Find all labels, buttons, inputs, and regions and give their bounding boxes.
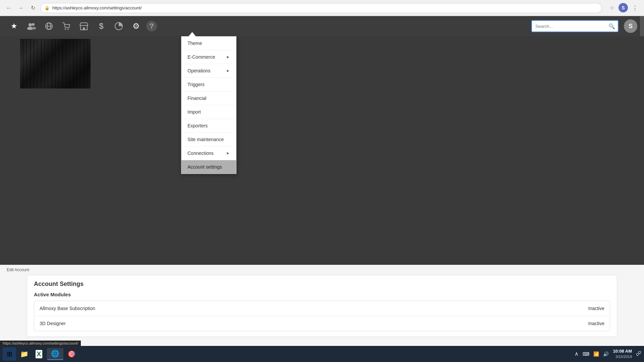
status-url: https://ashleyco.allmoxy.com/settings/ac… — [3, 341, 78, 345]
search-container: 🔍 — [531, 20, 619, 32]
nav-dollar-icon[interactable]: $ — [94, 19, 109, 34]
connections-arrow-icon: ► — [226, 151, 230, 156]
dropdown-item-label-import: Import — [187, 109, 201, 115]
dropdown-item-label-theme: Theme — [187, 41, 202, 46]
dropdown-item-label-connections: Connections — [187, 150, 214, 156]
svg-point-7 — [65, 28, 66, 30]
keyboard-icon[interactable]: ⌨ — [583, 351, 589, 357]
dropdown-item-import[interactable]: Import — [181, 105, 236, 119]
nav-help-icon[interactable]: ? — [146, 21, 157, 32]
bookmark-button[interactable]: ☆ — [607, 3, 616, 12]
taskbar-clock[interactable]: 10:08 AM 3/15/2019 — [613, 348, 632, 360]
network-sys-icon[interactable]: 📶 — [593, 351, 599, 357]
chrome-icon: 🌐 — [51, 350, 59, 358]
header-search: 🔍 S — [531, 19, 637, 33]
taskbar-time: 10:08 AM — [613, 348, 632, 354]
ecommerce-arrow-icon: ► — [226, 55, 230, 59]
start-button[interactable]: ⊞ — [3, 347, 16, 361]
dropdown-item-label-operations: Operations — [187, 68, 210, 73]
dropdown-item-label-account-settings: Account settings — [187, 164, 222, 170]
module-name-2: 3D Designer — [40, 321, 588, 326]
windows-icon: ⊞ — [7, 350, 12, 358]
lock-icon: 🔒 — [45, 6, 50, 10]
dropdown-arrow — [189, 33, 196, 37]
sound-icon[interactable]: 🔊 — [603, 351, 609, 357]
browser-menu-button[interactable]: ⋮ — [630, 3, 640, 13]
dropdown-item-ecommerce[interactable]: E-Commerce ► — [181, 50, 236, 64]
modules-table: Allmoxy Base Subscription Inactive 3D De… — [34, 301, 610, 331]
search-button[interactable]: 🔍 — [606, 21, 618, 32]
table-row: 3D Designer Inactive — [34, 316, 610, 331]
browser-chrome: ← → ↻ 🔒 https://ashleyco.allmoxy.com/set… — [0, 0, 644, 16]
url-text: https://ashleyco.allmoxy.com/settings/ac… — [52, 5, 597, 10]
taskbar-date: 3/15/2019 — [613, 354, 632, 359]
nav-gear-icon[interactable]: ⚙ — [129, 19, 144, 34]
svg-point-0 — [29, 23, 32, 26]
account-settings-card: Account Settings Active Modules Allmoxy … — [27, 275, 617, 337]
taskbar: ⊞ 📁 X 🌐 🎯 ∧ ⌨ 📶 🔊 10:08 AM 3/15/2019 🗪 — [0, 346, 644, 362]
operations-arrow-icon: ► — [226, 68, 230, 73]
module-name-1: Allmoxy Base Subscription — [40, 306, 588, 311]
taskbar-app[interactable]: 🎯 — [65, 347, 78, 361]
dropdown-item-label-ecommerce: E-Commerce — [187, 54, 215, 60]
dropdown-menu: Theme E-Commerce ► Operations ► Triggers… — [181, 36, 236, 174]
nav-cart-icon[interactable] — [59, 19, 74, 34]
module-status-2: Inactive — [588, 321, 604, 326]
svg-rect-10 — [83, 27, 85, 30]
nav-chart-icon[interactable] — [111, 19, 126, 34]
taskbar-chrome[interactable]: 🌐 — [47, 348, 63, 360]
file-explorer-icon: 📁 — [20, 350, 29, 358]
dropdown-item-financial[interactable]: Financial — [181, 92, 236, 105]
dropdown-item-label-site-maintenance: Site maintenance — [187, 137, 224, 142]
reload-button[interactable]: ↻ — [28, 3, 38, 13]
status-bar: https://ashleyco.allmoxy.com/settings/ac… — [0, 341, 81, 346]
dropdown-item-connections[interactable]: Connections ► — [181, 146, 236, 160]
scrollbar-right[interactable] — [640, 16, 644, 36]
back-button[interactable]: ← — [4, 3, 13, 13]
content-area-dark: Theme E-Commerce ► Operations ► Triggers… — [0, 36, 644, 94]
excel-icon: X — [36, 350, 42, 358]
dropdown-item-triggers[interactable]: Triggers — [181, 78, 236, 92]
wood-image — [20, 39, 91, 88]
dropdown-item-site-maintenance[interactable]: Site maintenance — [181, 133, 236, 146]
dropdown-item-exporters[interactable]: Exporters — [181, 119, 236, 133]
section-title: Active Modules — [34, 292, 610, 297]
dropdown-item-operations[interactable]: Operations ► — [181, 64, 236, 78]
nav-people-icon[interactable] — [24, 19, 39, 34]
dropdown-item-label-exporters: Exporters — [187, 123, 208, 128]
forward-button[interactable]: → — [16, 3, 25, 13]
nav-network-icon[interactable] — [42, 19, 56, 34]
taskbar-file-explorer[interactable]: 📁 — [17, 347, 31, 361]
dropdown-item-theme[interactable]: Theme — [181, 37, 236, 50]
app-header: ★ $ ⚙ ? — [0, 16, 644, 36]
dropdown-item-label-financial: Financial — [187, 96, 206, 101]
dropdown-item-account-settings[interactable]: Account settings — [181, 160, 236, 174]
svg-point-8 — [67, 28, 69, 30]
nav-store-icon[interactable] — [76, 19, 91, 34]
module-status-1: Inactive — [588, 306, 604, 311]
browser-profile[interactable]: S — [619, 3, 628, 12]
browser-actions: ☆ S ⋮ — [607, 3, 640, 13]
caret-up-icon[interactable]: ∧ — [575, 351, 579, 357]
card-title: Account Settings — [34, 281, 610, 288]
nav-star-icon[interactable]: ★ — [7, 19, 21, 34]
breadcrumb: Edit Account — [0, 265, 644, 275]
taskbar-excel[interactable]: X — [32, 347, 46, 361]
user-avatar[interactable]: S — [624, 19, 637, 33]
taskbar-sys-tray: ∧ ⌨ 📶 🔊 10:08 AM 3/15/2019 🗪 — [575, 348, 641, 360]
pinwheel-icon: 🎯 — [67, 350, 76, 358]
table-row: Allmoxy Base Subscription Inactive — [34, 301, 610, 316]
svg-point-1 — [32, 23, 35, 26]
dropdown-item-label-triggers: Triggers — [187, 82, 205, 87]
search-input[interactable] — [532, 21, 606, 32]
notification-icon[interactable]: 🗪 — [636, 351, 641, 357]
breadcrumb-text: Edit Account — [7, 267, 29, 272]
address-bar: 🔒 https://ashleyco.allmoxy.com/settings/… — [40, 3, 602, 13]
